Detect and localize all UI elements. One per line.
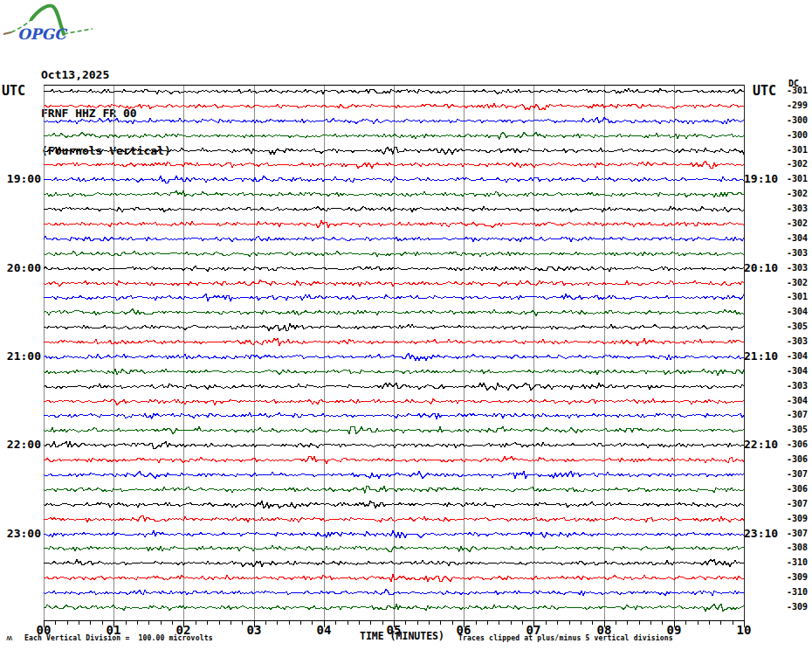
right-hour-label: 20:10 (744, 262, 784, 274)
dc-value-label: -307 (787, 529, 812, 538)
dc-value-label: -301 (787, 175, 812, 183)
corner-squiggle-glyph: ʍ (6, 634, 12, 642)
dc-value-label: -302 (787, 160, 812, 169)
dc-value-label: -302 (787, 190, 812, 198)
x-tick-label: 04 (311, 624, 337, 637)
dc-value-label: -308 (787, 543, 812, 552)
dc-value-label: -310 (787, 558, 812, 567)
dc-value-label: -301 (787, 146, 812, 155)
dc-value-label: -305 (787, 322, 812, 331)
dc-value-label: -302 (787, 279, 812, 287)
dc-value-label: -304 (787, 308, 812, 316)
dc-value-label: -306 (787, 455, 812, 464)
x-tick-label: 10 (731, 624, 757, 637)
left-hour-label: 19:00 (0, 173, 41, 185)
dc-value-label: -300 (787, 131, 812, 140)
left-hour-label: 21:00 (0, 350, 41, 363)
dc-value-label: -302 (787, 219, 812, 228)
dc-value-label: -301 (787, 86, 812, 95)
dc-value-label: -299 (787, 101, 812, 110)
dc-value-label: -306 (787, 485, 812, 494)
dc-value-label: -309 (787, 573, 812, 582)
right-hour-label: 19:10 (744, 173, 784, 185)
right-hour-label: 21:10 (744, 350, 784, 363)
x-axis-title: TIME (MINUTES) (360, 631, 444, 642)
vertical-scale-note: Each Vertical Division = 100.00 microvol… (24, 634, 213, 643)
dc-value-label: -305 (787, 425, 812, 434)
right-hour-label: 23:10 (744, 528, 784, 540)
dc-value-label: -304 (787, 367, 812, 376)
dc-value-label: -303 (787, 337, 812, 346)
dc-value-label: -307 (787, 470, 812, 479)
dc-value-label: -309 (787, 515, 812, 523)
dc-value-label: -301 (787, 293, 812, 301)
dc-value-label: -303 (787, 204, 812, 213)
dc-value-label: -304 (787, 352, 812, 361)
dc-value-label: -307 (787, 500, 812, 508)
dc-value-label: -300 (787, 116, 812, 125)
left-hour-label: 20:00 (0, 262, 41, 274)
left-hour-label: 22:00 (0, 439, 41, 451)
x-tick-label: 03 (241, 624, 267, 637)
dc-value-label: -303 (787, 382, 812, 391)
seismogram-plot (0, 0, 812, 650)
left-hour-label: 23:00 (0, 528, 41, 540)
dc-value-label: -310 (787, 588, 812, 597)
dc-value-label: -309 (787, 603, 812, 612)
helicorder-page: OPGC Oct13,2025 FRNF HHZ FR 00 (Fournols… (0, 0, 812, 650)
dc-value-label: -304 (787, 397, 812, 405)
dc-value-label: -303 (787, 264, 812, 273)
right-hour-label: 22:10 (744, 439, 784, 451)
dc-value-label: -304 (787, 234, 812, 243)
dc-value-label: -303 (787, 249, 812, 258)
clip-note: Traces clipped at plus/minus 5 vertical … (458, 634, 673, 643)
dc-value-label: -307 (787, 411, 812, 419)
dc-value-label: -306 (787, 440, 812, 449)
